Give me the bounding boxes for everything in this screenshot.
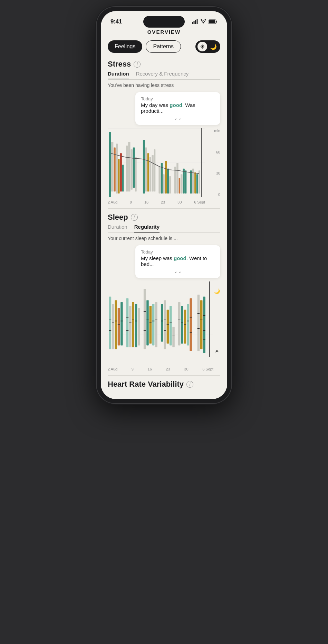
sleep-y-icons: 🌙 ☀ [213, 288, 220, 354]
svg-rect-81 [161, 304, 163, 341]
sleep-today-text-before: My sleep was [141, 255, 174, 261]
svg-rect-31 [165, 161, 167, 193]
sleep-x-3: 23 [166, 367, 170, 371]
svg-rect-34 [174, 167, 176, 194]
hrv-header: Heart Rate Variability i [108, 380, 220, 389]
sleep-chart-inner [108, 281, 213, 364]
svg-rect-13 [116, 143, 118, 193]
svg-rect-58 [120, 302, 123, 345]
svg-rect-86 [167, 310, 169, 344]
stress-chevron[interactable]: ⌄⌄ [141, 115, 215, 121]
svg-rect-18 [128, 142, 130, 191]
svg-rect-14 [118, 159, 120, 194]
stress-title: Stress [108, 60, 131, 69]
sleep-tab-regularity[interactable]: Regularity [134, 224, 160, 232]
sleep-tab-duration[interactable]: Duration [108, 224, 127, 232]
svg-rect-11 [111, 142, 113, 191]
svg-rect-103 [197, 295, 200, 351]
status-time: 9:41 [110, 18, 122, 25]
svg-rect-27 [154, 149, 156, 191]
hrv-section: Heart Rate Variability i [108, 380, 220, 389]
svg-rect-75 [149, 306, 152, 344]
svg-rect-39 [185, 170, 187, 194]
svg-rect-96 [184, 310, 186, 344]
svg-rect-44 [199, 170, 200, 194]
svg-rect-17 [126, 146, 128, 191]
svg-rect-67 [135, 304, 137, 347]
stress-today-card: Today My day was good. Was producti... ⌄… [135, 92, 220, 125]
svg-rect-40 [190, 170, 192, 194]
svg-rect-36 [179, 178, 181, 193]
status-icons [192, 19, 218, 24]
svg-rect-19 [131, 149, 132, 190]
sleep-chevron[interactable]: ⌄⌄ [141, 268, 215, 274]
phone-frame: 9:41 [97, 7, 231, 403]
sleep-insight: Your current sleep schedule is ... [108, 236, 220, 241]
tab-feelings[interactable]: Feelings [108, 40, 142, 53]
svg-rect-15 [120, 153, 122, 191]
tab-row: Feelings Patterns ☀ 🌙 [108, 40, 220, 53]
svg-rect-6 [209, 20, 215, 23]
svg-rect-73 [146, 300, 148, 346]
stress-chart-area: min 60 30 0 [108, 128, 220, 197]
stress-sub-tabs: Duration Recovery & Frequency [108, 71, 220, 80]
stress-today-text: My day was good. Was producti... [141, 102, 215, 114]
hrv-info-icon[interactable]: i [186, 381, 193, 388]
stress-info-icon[interactable]: i [134, 61, 141, 68]
svg-rect-41 [192, 169, 194, 194]
stress-x-5: 6 Sept [194, 200, 205, 204]
sleep-chart-area: 🌙 ☀ [108, 281, 220, 364]
sleep-moon-icon: 🌙 [214, 288, 220, 294]
phone-screen: 9:41 [101, 11, 227, 399]
svg-rect-100 [190, 298, 192, 351]
svg-rect-79 [155, 302, 157, 347]
stress-chart-svg [108, 128, 205, 197]
tab-buttons: Feelings Patterns [108, 40, 181, 53]
stress-x-3: 23 [161, 200, 165, 204]
stress-chart-inner [108, 128, 205, 197]
stress-header: Stress i [108, 60, 220, 69]
svg-rect-2 [195, 20, 196, 24]
svg-rect-20 [133, 148, 135, 188]
sleep-sub-tabs: Duration Regularity [108, 224, 220, 233]
stress-y-0: 0 [218, 193, 220, 197]
svg-rect-63 [129, 306, 131, 347]
svg-rect-83 [164, 300, 166, 349]
stress-section: Stress i Duration Recovery & Frequency Y… [108, 60, 220, 204]
wifi-icon [200, 19, 206, 24]
svg-rect-5 [216, 21, 217, 23]
svg-rect-37 [181, 174, 182, 194]
theme-toggle[interactable]: ☀ 🌙 [195, 40, 220, 53]
svg-rect-1 [194, 21, 195, 24]
sleep-today-card: Today My sleep was good. Went to bed... … [135, 245, 220, 278]
divider-1 [108, 208, 220, 209]
stress-today-good: good [170, 102, 182, 108]
svg-rect-38 [183, 169, 184, 194]
stress-x-4: 30 [177, 200, 182, 204]
svg-rect-92 [178, 302, 180, 345]
sun-icon[interactable]: ☀ [197, 42, 207, 51]
stress-y-30: 30 [216, 171, 220, 175]
stress-insight: You've been having less stress [108, 82, 220, 88]
tab-patterns[interactable]: Patterns [146, 40, 181, 53]
svg-rect-30 [163, 174, 165, 194]
svg-rect-56 [118, 308, 120, 345]
svg-rect-106 [200, 300, 202, 349]
sleep-info-icon[interactable]: i [131, 214, 138, 221]
svg-rect-90 [172, 327, 174, 347]
moon-icon[interactable]: 🌙 [209, 42, 218, 51]
svg-rect-10 [109, 132, 111, 197]
svg-rect-108 [203, 297, 205, 353]
stress-x-0: 2 Aug [108, 200, 117, 204]
svg-rect-42 [194, 172, 196, 194]
svg-rect-33 [169, 176, 171, 194]
stress-y-labels: min 60 30 0 [205, 128, 220, 197]
stress-today-text-before: My day was [141, 102, 170, 108]
stress-tab-recovery[interactable]: Recovery & Frequency [136, 71, 189, 79]
svg-rect-60 [126, 298, 128, 347]
sleep-x-2: 16 [148, 367, 152, 371]
dynamic-island [143, 16, 185, 28]
stress-tab-duration[interactable]: Duration [108, 71, 129, 79]
stress-x-labels: 2 Aug 9 16 23 30 6 Sept [108, 200, 220, 204]
svg-rect-43 [196, 174, 198, 194]
